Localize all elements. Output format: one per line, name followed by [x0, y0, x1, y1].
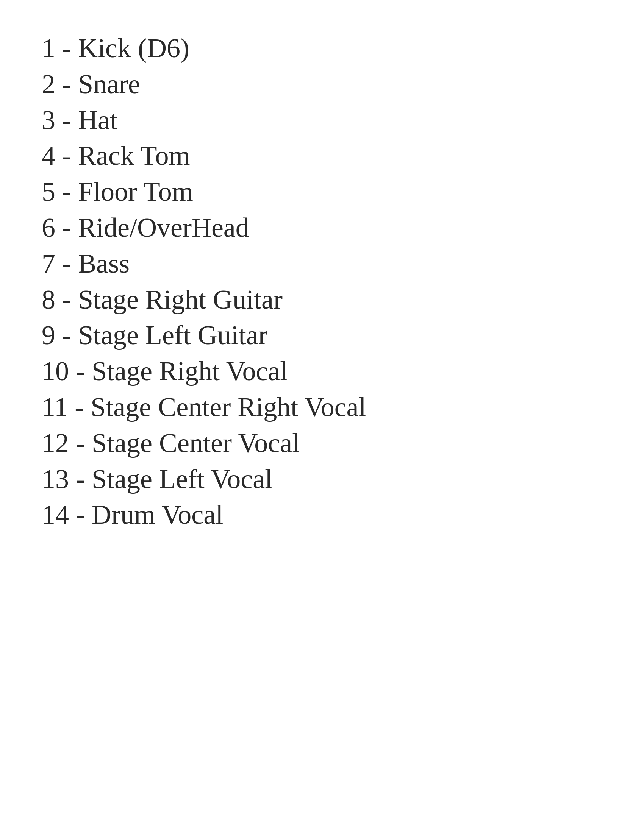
- channel-item-3: 3 - Hat: [42, 102, 644, 138]
- channel-item-2: 2 - Snare: [42, 66, 644, 102]
- main-content: 1 - Kick (D6)2 - Snare3 - Hat4 - Rack To…: [0, 0, 644, 533]
- channel-item-13: 13 - Stage Left Vocal: [42, 461, 644, 497]
- channel-item-4: 4 - Rack Tom: [42, 138, 644, 174]
- channel-item-11: 11 - Stage Center Right Vocal: [42, 389, 644, 425]
- channel-item-1: 1 - Kick (D6): [42, 30, 644, 66]
- channel-item-7: 7 - Bass: [42, 246, 644, 282]
- channel-item-10: 10 - Stage Right Vocal: [42, 353, 644, 389]
- channel-item-14: 14 - Drum Vocal: [42, 497, 644, 533]
- channel-item-8: 8 - Stage Right Guitar: [42, 282, 644, 318]
- channel-item-12: 12 - Stage Center Vocal: [42, 425, 644, 461]
- channel-item-6: 6 - Ride/OverHead: [42, 210, 644, 246]
- channel-list: 1 - Kick (D6)2 - Snare3 - Hat4 - Rack To…: [42, 30, 644, 533]
- channel-item-5: 5 - Floor Tom: [42, 174, 644, 210]
- channel-item-9: 9 - Stage Left Guitar: [42, 317, 644, 353]
